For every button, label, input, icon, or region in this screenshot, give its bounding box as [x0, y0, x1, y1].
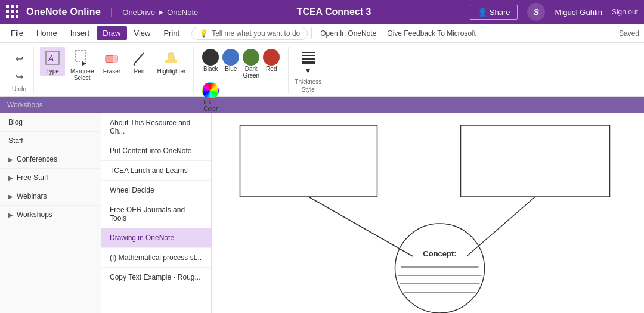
pen-label: Pen — [134, 68, 145, 75]
eraser-tool[interactable]: Eraser — [99, 47, 124, 76]
svg-rect-11 — [461, 125, 610, 197]
highlighter-tool[interactable]: Highlighter — [154, 47, 188, 76]
sidebar-staff-label: Staff — [8, 137, 23, 145]
sidebar-item-free-stuff[interactable]: ▶ Free Stuff — [0, 169, 101, 187]
breadcrumb: OneDrive ▶ OneNote — [122, 8, 198, 17]
highlighter-icon — [162, 48, 181, 67]
sidebar-free-stuff-label: Free Stuff — [17, 173, 48, 182]
title-divider: | — [110, 7, 113, 17]
menu-view[interactable]: View — [128, 26, 157, 40]
section-label: Workshops — [7, 101, 43, 109]
nav-free-oer[interactable]: Free OER Journals and Tools — [101, 200, 211, 228]
nav-panel: About This Resource and Ch... Put Conten… — [101, 113, 212, 313]
color-ink[interactable]: InkColor — [202, 82, 219, 112]
breadcrumb-arrow: ▶ — [159, 8, 163, 16]
sidebar-workshops-label: Workshops — [17, 210, 52, 219]
canvas-area: Concept: — [212, 113, 644, 313]
sidebar-webinars-label: Webinars — [17, 192, 47, 200]
menu-draw[interactable]: Draw — [97, 26, 126, 40]
tell-me-text: Tell me what you want to do — [212, 29, 300, 38]
marquee-select-tool[interactable]: ▶ MarqueeSelect — [67, 47, 97, 83]
nav-wheel-decide[interactable]: Wheel Decide — [101, 181, 211, 200]
color-darkgreen[interactable]: DarkGreen — [243, 49, 259, 79]
color-black-label: Black — [203, 66, 218, 72]
menu-home[interactable]: Home — [30, 26, 63, 40]
user-name: Miguel Guhlin — [555, 8, 602, 17]
svg-line-13 — [309, 197, 413, 256]
sidebar-item-webinars[interactable]: ▶ Webinars — [0, 187, 101, 206]
section-bar: Workshops — [0, 97, 644, 113]
menu-print[interactable]: Print — [157, 26, 185, 40]
menu-separator — [311, 27, 312, 39]
webinars-chevron: ▶ — [8, 193, 13, 200]
color-blue[interactable]: Blue — [222, 49, 239, 72]
marquee-select-label: MarqueeSelect — [70, 68, 94, 81]
color-ink-label: InkColor — [203, 99, 218, 112]
title-actions: 👤 Share S Miguel Guhlin Sign out — [470, 3, 638, 21]
undo-label: Undo — [12, 86, 26, 92]
thickness-control[interactable]: ▾ — [299, 50, 317, 78]
doc-title: TCEA Connect 3 — [205, 7, 463, 17]
skype-icon: S — [534, 7, 539, 17]
give-feedback-button[interactable]: Give Feedback To Microsoft — [382, 27, 481, 40]
free-stuff-chevron: ▶ — [8, 175, 13, 181]
svg-rect-8 — [165, 60, 177, 63]
redo-button[interactable]: ↪ — [11, 68, 27, 85]
canvas-svg: Concept: — [212, 113, 644, 313]
nav-tcea-lunch[interactable]: TCEA Lunch and Learns — [101, 161, 211, 181]
main-content: Blog Staff ▶ Conferences ▶ Free Stuff ▶ … — [0, 113, 644, 313]
svg-point-12 — [395, 224, 485, 313]
nav-drawing[interactable]: Drawing in OneNote — [101, 228, 211, 248]
app-grid-icon[interactable] — [6, 5, 19, 18]
color-black[interactable]: Black — [202, 49, 219, 72]
svg-rect-5 — [113, 55, 117, 63]
type-icon: A — [43, 48, 62, 67]
color-red[interactable]: Red — [263, 49, 280, 72]
sidebar: Blog Staff ▶ Conferences ▶ Free Stuff ▶ … — [0, 113, 101, 313]
style-label: Style — [302, 86, 315, 93]
thickness-group: ▾ Thickness Style — [290, 47, 326, 93]
sidebar-item-blog[interactable]: Blog — [0, 113, 101, 132]
type-label: Type — [46, 68, 59, 75]
svg-marker-9 — [168, 53, 175, 60]
eraser-label: Eraser — [103, 68, 120, 75]
sign-out-link[interactable]: Sign out — [612, 8, 638, 16]
sidebar-blog-label: Blog — [8, 118, 23, 126]
pen-tool[interactable]: Pen — [126, 47, 151, 76]
type-tool[interactable]: A Type — [40, 47, 65, 76]
color-darkgreen-label: DarkGreen — [243, 66, 259, 79]
svg-text:A: A — [48, 54, 54, 63]
svg-rect-10 — [240, 125, 377, 197]
bulb-icon: 💡 — [199, 29, 208, 38]
saved-status: Saved — [619, 29, 639, 38]
menu-bar: File Home Insert Draw View Print 💡 Tell … — [0, 24, 644, 43]
share-button[interactable]: 👤 Share — [470, 5, 518, 20]
open-in-onenote-button[interactable]: Open In OneNote — [315, 27, 381, 40]
conferences-chevron: ▶ — [8, 156, 13, 163]
nav-about[interactable]: About This Resource and Ch... — [101, 113, 211, 141]
menu-file[interactable]: File — [5, 26, 29, 40]
tell-me-input[interactable]: 💡 Tell me what you want to do — [191, 27, 308, 40]
nav-copy-text[interactable]: Copy Text Example - Roug... — [101, 268, 211, 287]
highlighter-label: Highlighter — [157, 68, 185, 75]
svg-text:▶: ▶ — [82, 60, 86, 66]
svg-marker-7 — [133, 64, 135, 66]
sidebar-item-staff[interactable]: Staff — [0, 132, 101, 150]
title-bar: OneNote Online | OneDrive ▶ OneNote TCEA… — [0, 0, 644, 24]
nav-put-content[interactable]: Put Content into OneNote — [101, 141, 211, 161]
breadcrumb-onedrive[interactable]: OneDrive — [122, 8, 155, 17]
undo-button[interactable]: ↩ — [11, 50, 27, 67]
sidebar-item-workshops[interactable]: ▶ Workshops — [0, 206, 101, 224]
eraser-icon — [102, 48, 121, 67]
breadcrumb-onenote[interactable]: OneNote — [167, 8, 198, 17]
menu-insert[interactable]: Insert — [64, 26, 96, 40]
share-icon: 👤 — [478, 8, 487, 17]
sidebar-conferences-label: Conferences — [17, 155, 57, 163]
svg-line-14 — [467, 197, 535, 256]
sidebar-item-conferences[interactable]: ▶ Conferences — [0, 150, 101, 169]
skype-button[interactable]: S — [527, 3, 545, 21]
undo-redo-group: ↩ ↪ — [8, 49, 30, 86]
svg-text:Concept:: Concept: — [423, 249, 456, 258]
nav-mathematical[interactable]: (I) Mathematical process st... — [101, 248, 211, 268]
drawing-tools-group: A Type ▶ MarqueeSelect — [35, 47, 194, 93]
